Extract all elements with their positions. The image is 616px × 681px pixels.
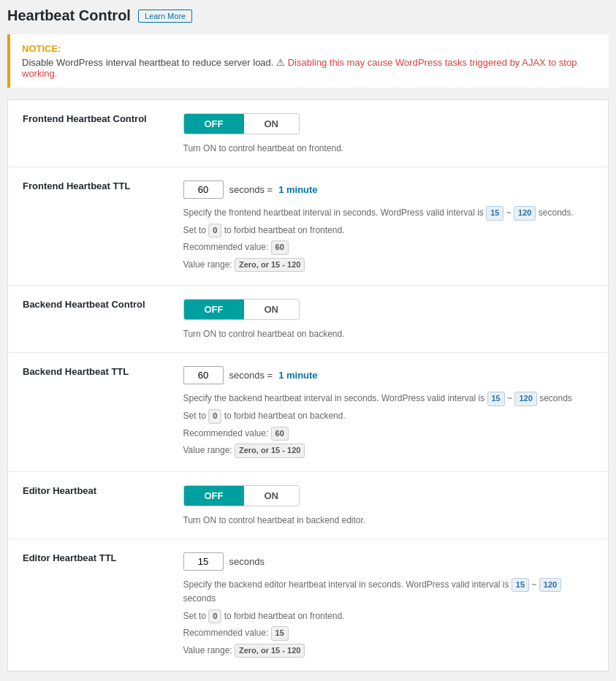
ttl-recommended-editor-heartbeat-ttl: Recommended value: 15: [183, 626, 594, 641]
row-label-editor-heartbeat-ttl: Editor Heartbeat TTL: [8, 539, 169, 672]
ttl-time-label-backend-heartbeat-ttl: 1 minute: [278, 370, 317, 381]
settings-row-editor-heartbeat-ttl: Editor Heartbeat TTLsecondsSpecify the b…: [8, 539, 609, 672]
ttl-row-editor-heartbeat-ttl: seconds: [183, 552, 594, 571]
toggle-group-frontend-heartbeat-control: OFFON: [183, 113, 300, 134]
min-badge-frontend-heartbeat-ttl: 15: [486, 206, 503, 221]
toggle-off-editor-heartbeat[interactable]: OFF: [184, 486, 244, 506]
row-content-backend-heartbeat-control: OFFONTurn ON to control heartbeat on bac…: [169, 286, 609, 353]
toggle-hint-backend-heartbeat-control: Turn ON to control heartbeat on backend.: [183, 329, 594, 339]
notice-text: Disable WordPress interval heartbeat to …: [22, 57, 597, 79]
settings-row-backend-heartbeat-ttl: Backend Heartbeat TTLseconds = 1 minuteS…: [8, 353, 609, 471]
row-label-backend-heartbeat-control: Backend Heartbeat Control: [8, 286, 169, 353]
ttl-setto-editor-heartbeat-ttl: Set to 0 to forbid heartbeat on frontend…: [183, 609, 594, 624]
zero-badge-editor-heartbeat-ttl: 0: [208, 609, 221, 624]
ttl-row-frontend-heartbeat-ttl: seconds = 1 minute: [183, 180, 594, 199]
toggle-on-backend-heartbeat-control[interactable]: ON: [244, 300, 300, 319]
ttl-range-frontend-heartbeat-ttl: Value range: Zero, or 15 - 120: [183, 258, 594, 273]
range-badge-backend-heartbeat-ttl: Zero, or 15 - 120: [235, 444, 305, 458]
toggle-on-frontend-heartbeat-control[interactable]: ON: [244, 114, 300, 134]
ttl-seconds-label-frontend-heartbeat-ttl: seconds =: [229, 184, 273, 195]
ttl-input-editor-heartbeat-ttl[interactable]: [183, 552, 224, 571]
notice-warning-icon: ⚠: [276, 57, 285, 68]
row-label-backend-heartbeat-ttl: Backend Heartbeat TTL: [8, 353, 169, 471]
min-badge-backend-heartbeat-ttl: 15: [487, 392, 505, 406]
ttl-setto-frontend-heartbeat-ttl: Set to 0 to forbid heartbeat on frontend…: [183, 224, 594, 238]
row-content-editor-heartbeat-ttl: secondsSpecify the backend editor heartb…: [169, 539, 609, 672]
row-label-editor-heartbeat: Editor Heartbeat: [8, 471, 169, 539]
toggle-group-editor-heartbeat: OFFON: [183, 485, 300, 506]
zero-badge-frontend-heartbeat-ttl: 0: [208, 224, 221, 238]
page-title: Heartbeat Control: [7, 7, 131, 24]
max-badge-editor-heartbeat-ttl: 120: [539, 578, 561, 593]
settings-table: Frontend Heartbeat ControlOFFONTurn ON t…: [7, 99, 609, 672]
toggle-hint-frontend-heartbeat-control: Turn ON to control heartbeat on frontend…: [183, 143, 594, 153]
ttl-desc-backend-heartbeat-ttl: Specify the backend heartbeat interval i…: [183, 392, 594, 406]
row-label-frontend-heartbeat-control: Frontend Heartbeat Control: [8, 100, 169, 167]
recommended-badge-editor-heartbeat-ttl: 15: [271, 626, 289, 641]
toggle-off-frontend-heartbeat-control[interactable]: OFF: [184, 114, 244, 134]
toggle-off-backend-heartbeat-control[interactable]: OFF: [184, 300, 244, 319]
row-content-backend-heartbeat-ttl: seconds = 1 minuteSpecify the backend he…: [169, 353, 609, 471]
settings-row-backend-heartbeat-control: Backend Heartbeat ControlOFFONTurn ON to…: [8, 286, 609, 353]
page-header: Heartbeat Control Learn More: [7, 7, 609, 24]
range-badge-editor-heartbeat-ttl: Zero, or 15 - 120: [235, 644, 305, 658]
ttl-recommended-frontend-heartbeat-ttl: Recommended value: 60: [183, 240, 594, 255]
ttl-seconds-label-backend-heartbeat-ttl: seconds =: [229, 370, 273, 381]
ttl-row-backend-heartbeat-ttl: seconds = 1 minute: [183, 366, 594, 384]
toggle-group-backend-heartbeat-control: OFFON: [183, 299, 300, 320]
row-label-frontend-heartbeat-ttl: Frontend Heartbeat TTL: [8, 167, 169, 286]
zero-badge-backend-heartbeat-ttl: 0: [208, 409, 221, 424]
learn-more-button[interactable]: Learn More: [138, 9, 192, 23]
ttl-range-editor-heartbeat-ttl: Value range: Zero, or 15 - 120: [183, 644, 594, 658]
ttl-time-label-frontend-heartbeat-ttl: 1 minute: [278, 184, 317, 195]
ttl-desc-frontend-heartbeat-ttl: Specify the frontend heartbeat interval …: [183, 206, 594, 221]
settings-row-frontend-heartbeat-control: Frontend Heartbeat ControlOFFONTurn ON t…: [8, 100, 609, 167]
range-badge-frontend-heartbeat-ttl: Zero, or 15 - 120: [235, 258, 305, 273]
notice-box: NOTICE: Disable WordPress interval heart…: [7, 34, 609, 88]
max-badge-frontend-heartbeat-ttl: 120: [514, 206, 536, 221]
notice-label: NOTICE:: [22, 43, 597, 54]
toggle-on-editor-heartbeat[interactable]: ON: [244, 486, 300, 506]
row-content-frontend-heartbeat-ttl: seconds = 1 minuteSpecify the frontend h…: [169, 167, 609, 286]
ttl-desc-editor-heartbeat-ttl: Specify the backend editor heartbeat int…: [183, 578, 594, 606]
ttl-input-frontend-heartbeat-ttl[interactable]: [183, 180, 224, 199]
settings-row-frontend-heartbeat-ttl: Frontend Heartbeat TTLseconds = 1 minute…: [8, 167, 609, 286]
notice-main-text: Disable WordPress interval heartbeat to …: [22, 57, 273, 68]
ttl-recommended-backend-heartbeat-ttl: Recommended value: 60: [183, 427, 594, 441]
max-badge-backend-heartbeat-ttl: 120: [514, 392, 536, 406]
recommended-badge-backend-heartbeat-ttl: 60: [271, 427, 289, 441]
ttl-setto-backend-heartbeat-ttl: Set to 0 to forbid heartbeat on backend.: [183, 409, 594, 424]
row-content-editor-heartbeat: OFFONTurn ON to control heartbeat in bac…: [169, 471, 609, 539]
ttl-range-backend-heartbeat-ttl: Value range: Zero, or 15 - 120: [183, 444, 594, 458]
min-badge-editor-heartbeat-ttl: 15: [512, 578, 529, 593]
row-content-frontend-heartbeat-control: OFFONTurn ON to control heartbeat on fro…: [169, 100, 609, 167]
ttl-seconds-label-editor-heartbeat-ttl: seconds: [229, 556, 265, 567]
ttl-input-backend-heartbeat-ttl[interactable]: [183, 366, 224, 384]
toggle-hint-editor-heartbeat: Turn ON to control heartbeat in backend …: [183, 515, 594, 525]
settings-row-editor-heartbeat: Editor HeartbeatOFFONTurn ON to control …: [8, 471, 609, 539]
recommended-badge-frontend-heartbeat-ttl: 60: [271, 240, 289, 255]
